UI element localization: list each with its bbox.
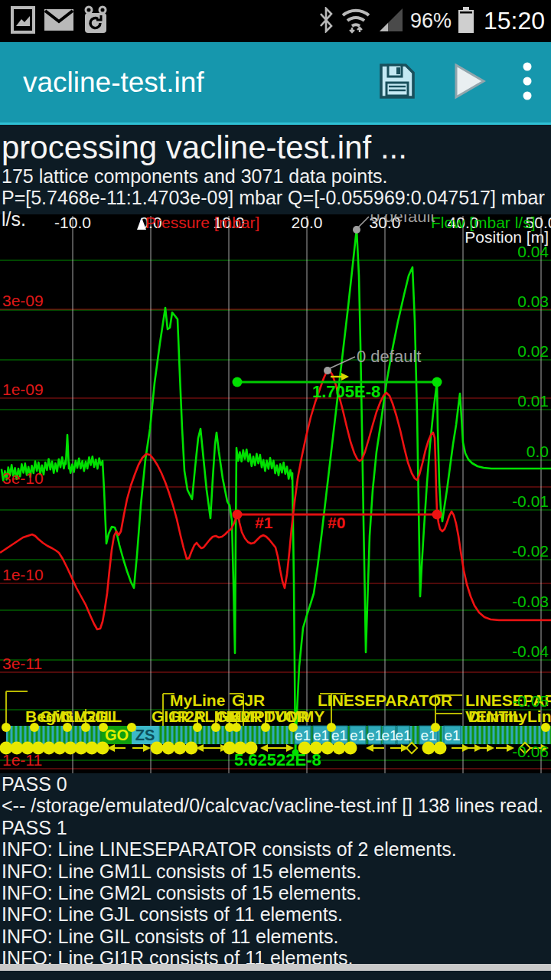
plot-area[interactable]: GOZSe1e1e1e1e1e1e1e1e1MyLineGJRLINESEPAR… (0, 214, 551, 773)
node-dot[interactable] (99, 723, 108, 732)
curve-pressure (0, 370, 551, 629)
node-dot[interactable] (81, 723, 90, 732)
log-line: PASS 0 (0, 773, 551, 795)
screenshot-icon (11, 6, 35, 37)
marker-dot (162, 742, 175, 755)
wifi-icon (340, 6, 372, 37)
measure-handle[interactable] (432, 510, 442, 520)
node-dot[interactable] (289, 723, 298, 732)
marker-arrowhead (487, 744, 494, 752)
node-dot[interactable] (431, 723, 440, 732)
lattice-segment-label: GO (105, 727, 129, 743)
flow-tick: -0.02 (512, 542, 549, 560)
bluetooth-icon (318, 7, 334, 36)
node-dot[interactable] (327, 723, 336, 732)
battery-percent: 96% (410, 9, 452, 33)
processing-header: processing vacline-test.inf ... 175 latt… (0, 127, 551, 214)
pressure-tick: 1e-10 (2, 566, 44, 583)
pressure-tick: 1e-09 (2, 381, 44, 398)
chart-canvas[interactable]: GOZSe1e1e1e1e1e1e1e1e1MyLineGJRLINESEPAR… (0, 214, 551, 773)
status-bar: 96% 15:20 (0, 0, 551, 42)
marker-dot (96, 742, 109, 755)
scrollbar[interactable] (0, 964, 551, 971)
node-dot[interactable] (261, 723, 270, 732)
log-output[interactable]: PASS 0<-- /storage/emulated/0/calcvac/va… (0, 773, 551, 980)
mail-icon (44, 9, 73, 34)
measure-value-green: 1.705E-8 (312, 382, 380, 401)
lattice-summary: 175 lattice components and 3071 data poi… (0, 165, 551, 187)
pressure-tick: 3e-11 (2, 655, 42, 672)
save-button[interactable] (378, 62, 416, 103)
marker-arrowhead (143, 744, 151, 752)
marker-dot (321, 742, 334, 755)
app-bar: vacline-test.inf (0, 42, 551, 125)
measure-handle[interactable] (233, 510, 243, 520)
log-line: INFO: Line GJL consists of 11 elements. (0, 903, 551, 925)
node-dot[interactable] (211, 723, 220, 732)
log-line: <-- /storage/emulated/0/calcvac/vacline-… (0, 795, 551, 816)
marker-dot (434, 742, 447, 755)
marker-dot (344, 742, 357, 755)
marker-arrowhead (401, 744, 409, 752)
cell-signal-icon (378, 7, 404, 36)
marker-arrowhead (366, 744, 373, 752)
flow-tick: -0.06 (512, 743, 549, 760)
pressure-tick: 3e-09 (2, 292, 44, 309)
lattice-element-label: e1 (444, 727, 460, 743)
marker-dot (174, 742, 187, 755)
measure-handle[interactable] (233, 377, 243, 387)
flow-tick: -0.03 (512, 593, 549, 610)
lattice-segment-label: ZS (135, 727, 155, 743)
element-name: LINESEPARATOR (318, 691, 452, 709)
node-dot[interactable] (541, 723, 550, 732)
log-line: INFO: Line LINESEPARATOR consists of 2 e… (0, 838, 551, 860)
marker-dot (422, 742, 435, 755)
lattice-element-label: e1 (367, 727, 383, 743)
marker-dot (333, 742, 346, 755)
android-screen: 96% 15:20 vacline-test.inf processing va… (0, 0, 551, 980)
flow-tick: -0.01 (512, 492, 549, 510)
element-name: GJR (232, 691, 265, 709)
node-dot[interactable] (63, 723, 72, 732)
marker-dot-grey[interactable] (324, 367, 331, 374)
log-line: INFO: Line GM1L consists of 15 elements. (0, 861, 551, 882)
lattice-element-label: e1 (395, 727, 411, 743)
run-button[interactable] (452, 62, 487, 103)
flow-tick: -0.04 (512, 642, 549, 660)
curve-flow (2, 229, 551, 753)
log-line: PASS 1 (0, 817, 551, 838)
pressure-tick: 3e-10 (2, 469, 44, 487)
flow-tick: 0.0 (527, 443, 549, 460)
measure-handle[interactable] (432, 377, 442, 387)
bottom-value-label: 5.62522E-8 (234, 750, 321, 769)
flow-tick: -0.05 (512, 692, 549, 710)
processing-title: processing vacline-test.inf ... (0, 127, 551, 165)
marker-dot (185, 742, 198, 755)
overflow-menu-button[interactable] (522, 60, 533, 105)
battery-icon (458, 7, 474, 36)
node-dot[interactable] (30, 723, 39, 732)
pq-range: P=[5.7468e-11:1.4703e-09] mbar Q=[-0.055… (0, 187, 551, 230)
app-sync-icon (83, 5, 109, 38)
node-dot[interactable] (193, 723, 202, 732)
mini-arrowhead (341, 373, 349, 381)
measure-label-red: #0 (328, 514, 345, 531)
flow-tick: 0.01 (517, 392, 549, 410)
pressure-tick: 1e-11 (2, 751, 42, 769)
node-dot[interactable] (232, 723, 241, 732)
element-name: DUMMY (264, 707, 324, 725)
appbar-title: vacline-test.inf (0, 67, 378, 99)
node-dot[interactable] (127, 723, 136, 732)
flow-tick: 0.03 (517, 292, 549, 310)
flow-tick: 0.04 (517, 243, 549, 260)
measure-label-red: #1 (255, 514, 273, 531)
element-name: DummyLine (468, 707, 551, 725)
lattice-element-label: e1 (350, 727, 366, 743)
node-dot[interactable] (2, 723, 11, 732)
clock: 15:20 (484, 7, 545, 35)
marker-dot (151, 742, 164, 755)
log-line: INFO: Line GIL consists of 11 elements. (0, 926, 551, 947)
lattice-element-label: e1 (313, 727, 329, 743)
marker-label-default: 0 default (357, 347, 421, 366)
flow-tick: 0.02 (517, 342, 549, 360)
